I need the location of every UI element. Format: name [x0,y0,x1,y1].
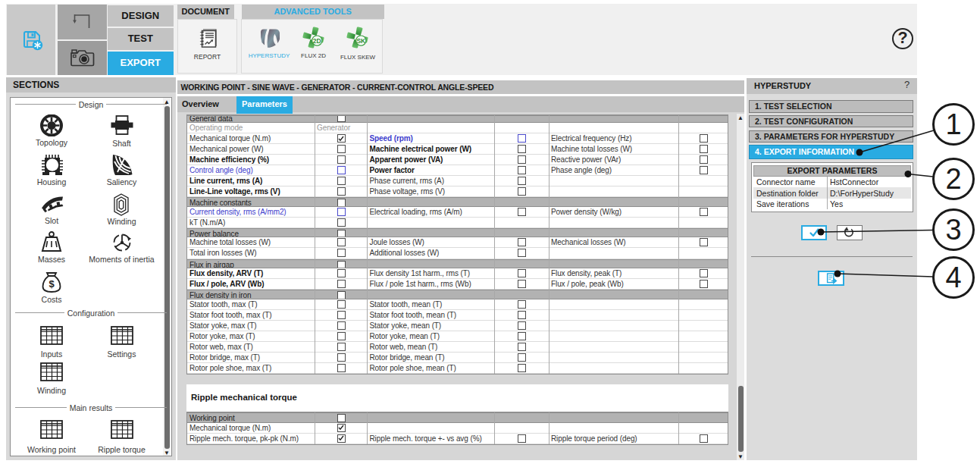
svg-text:$: $ [49,278,55,290]
svg-text:SK: SK [356,37,366,45]
svg-text:1: 1 [945,108,961,140]
svg-text:4: 4 [945,262,961,293]
svg-text:2D: 2D [313,37,321,45]
svg-text:2: 2 [945,163,961,195]
svg-text:3: 3 [945,214,961,246]
